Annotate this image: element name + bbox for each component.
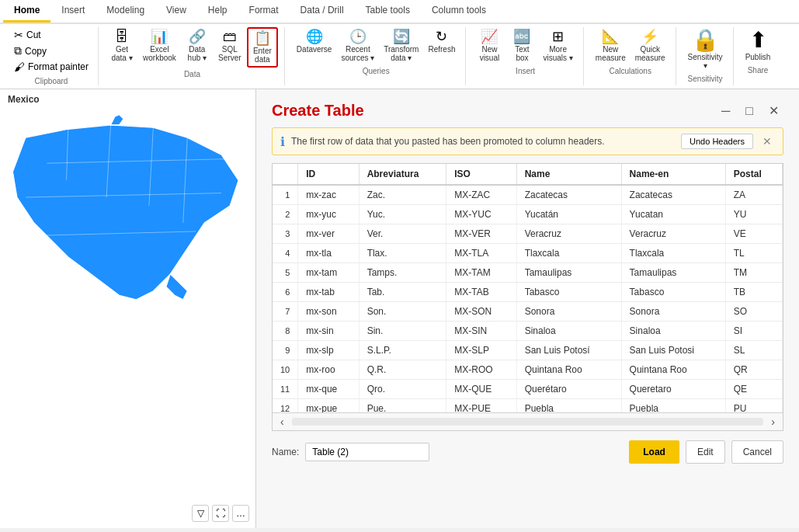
data-hub-button[interactable]: 🔗 Datahub ▾ <box>182 27 213 64</box>
cell-id: mx-tla <box>298 244 359 263</box>
banner-close-button[interactable]: ✕ <box>759 135 775 148</box>
tab-format[interactable]: Format <box>238 0 290 23</box>
cell-abreviatura: Tlax. <box>359 244 446 263</box>
enter-data-button[interactable]: 📋 Enterdata <box>247 27 278 68</box>
h-scroll-track[interactable] <box>292 418 764 426</box>
tab-insert[interactable]: Insert <box>50 0 96 23</box>
cell-name: Zacatecas <box>516 185 621 205</box>
new-visual-icon: 📈 <box>481 30 498 43</box>
row-num: 1 <box>273 185 298 205</box>
text-box-label: Textbox <box>515 45 529 62</box>
table-row: 11 mx-que Qro. MX-QUE Querétaro Queretar… <box>273 380 783 399</box>
publish-icon: ⬆ <box>749 30 767 51</box>
get-data-button[interactable]: 🗄 Getdata ▾ <box>106 27 137 64</box>
clipboard-group-label: Clipboard <box>35 77 68 85</box>
cell-name-en: Veracruz <box>621 224 725 244</box>
cell-iso: MX-TLA <box>446 244 516 263</box>
excel-workbook-button[interactable]: 📊 Excelworkbook <box>139 27 180 64</box>
refresh-button[interactable]: ↻ Refresh <box>424 27 459 56</box>
cell-iso: MX-QUE <box>446 380 516 399</box>
new-visual-button[interactable]: 📈 Newvisual <box>474 27 505 64</box>
action-buttons: Load Edit Cancel <box>629 440 783 464</box>
table-name-input[interactable] <box>305 443 429 461</box>
refresh-label: Refresh <box>428 45 455 54</box>
cancel-button[interactable]: Cancel <box>731 440 783 464</box>
focus-button[interactable]: ⛶ <box>212 505 229 522</box>
scroll-left-button[interactable]: ‹ <box>276 415 289 429</box>
cell-id: mx-yuc <box>298 205 359 224</box>
th-iso: ISO <box>446 164 516 185</box>
cell-id: mx-slp <box>298 341 359 360</box>
format-painter-icon: 🖌 <box>14 61 25 73</box>
dialog-header: Create Table ─ □ ✕ <box>272 102 783 120</box>
table-scroll-area[interactable]: ID Abreviatura ISO Name Name-en Postal 1… <box>273 164 783 412</box>
close-window-button[interactable]: ✕ <box>764 102 783 120</box>
cell-postal: SL <box>725 341 782 360</box>
format-painter-button[interactable]: 🖌 Format painter <box>11 59 92 75</box>
cut-button[interactable]: ✂ Cut <box>11 27 92 43</box>
cell-postal: SI <box>725 322 782 341</box>
map-panel: Mexico ▽ ⛶ … <box>0 89 256 528</box>
text-box-button[interactable]: 🔤 Textbox <box>506 27 537 64</box>
dataverse-button[interactable]: 🌐 Dataverse <box>293 27 336 56</box>
quick-measure-button[interactable]: ⚡ Quickmeasure <box>631 27 669 64</box>
insert-group-label: Insert <box>516 67 535 75</box>
info-banner: ℹ The first row of data that you pasted … <box>272 127 783 155</box>
more-visuals-button[interactable]: ⊞ Morevisuals ▾ <box>539 27 576 64</box>
cell-iso: MX-SIN <box>446 322 516 341</box>
quick-measure-icon: ⚡ <box>641 30 658 43</box>
cell-name-en: Tamaulipas <box>621 263 725 283</box>
cell-name: Yucatán <box>516 205 621 224</box>
cell-iso: MX-TAB <box>446 283 516 302</box>
row-num: 5 <box>273 263 298 283</box>
th-name-en: Name-en <box>621 164 725 185</box>
data-table-wrapper: ID Abreviatura ISO Name Name-en Postal 1… <box>272 163 783 431</box>
row-num: 4 <box>273 244 298 263</box>
name-label: Name: <box>272 447 299 457</box>
tab-modeling[interactable]: Modeling <box>96 0 155 23</box>
sql-server-button[interactable]: 🗃 SQLServer <box>214 27 245 64</box>
tab-home[interactable]: Home <box>3 0 50 23</box>
tab-data-drill[interactable]: Data / Drill <box>290 0 355 23</box>
filter-button[interactable]: ▽ <box>192 505 209 522</box>
recent-sources-label: Recentsources ▾ <box>341 45 374 62</box>
data-group-label: Data <box>184 70 200 78</box>
copy-button[interactable]: ⧉ Copy <box>11 43 92 59</box>
undo-headers-button[interactable]: Undo Headers <box>681 134 753 149</box>
maximize-button[interactable]: □ <box>741 102 758 120</box>
ribbon-content: ✂ Cut ⧉ Copy 🖌 Format painter Clipboard <box>0 24 799 89</box>
scroll-right-button[interactable]: › <box>766 415 780 429</box>
cell-id: mx-pue <box>298 399 359 413</box>
row-num: 12 <box>273 399 298 413</box>
info-icon: ℹ <box>280 134 285 149</box>
recent-sources-button[interactable]: 🕒 Recentsources ▾ <box>337 27 378 64</box>
map-container <box>0 110 255 319</box>
minimize-button[interactable]: ─ <box>717 102 735 120</box>
new-measure-button[interactable]: 📐 Newmeasure <box>592 27 630 64</box>
transform-label: Transformdata ▾ <box>384 45 419 62</box>
transform-data-button[interactable]: 🔄 Transformdata ▾ <box>380 27 422 64</box>
more-button[interactable]: … <box>232 505 249 522</box>
cell-postal: QR <box>725 360 782 380</box>
sensitivity-label: Sensitivity▾ <box>688 53 723 70</box>
cell-postal: TM <box>725 263 782 283</box>
load-button[interactable]: Load <box>629 440 679 464</box>
queries-group-label: Queries <box>363 67 390 75</box>
publish-button[interactable]: ⬆ Publish <box>742 27 775 64</box>
cell-iso: MX-ZAC <box>446 185 516 205</box>
row-num: 9 <box>273 341 298 360</box>
cell-abreviatura: Sin. <box>359 322 446 341</box>
edit-button[interactable]: Edit <box>686 440 725 464</box>
sensitivity-button[interactable]: 🔒 Sensitivity▾ <box>684 27 727 72</box>
tab-column-tools[interactable]: Column tools <box>421 0 497 23</box>
new-measure-icon: 📐 <box>602 30 619 43</box>
bottom-bar: Name: Load Edit Cancel <box>272 440 783 464</box>
cell-abreviatura: Zac. <box>359 185 446 205</box>
share-group: ⬆ Publish Share <box>735 27 781 85</box>
tab-view[interactable]: View <box>155 0 197 23</box>
table-row: 3 mx-ver Ver. MX-VER Veracruz Veracruz V… <box>273 224 783 244</box>
tab-help[interactable]: Help <box>197 0 238 23</box>
cell-name-en: San Luis Potosi <box>621 341 725 360</box>
recent-sources-icon: 🕒 <box>349 30 366 43</box>
tab-table-tools[interactable]: Table tools <box>355 0 421 23</box>
